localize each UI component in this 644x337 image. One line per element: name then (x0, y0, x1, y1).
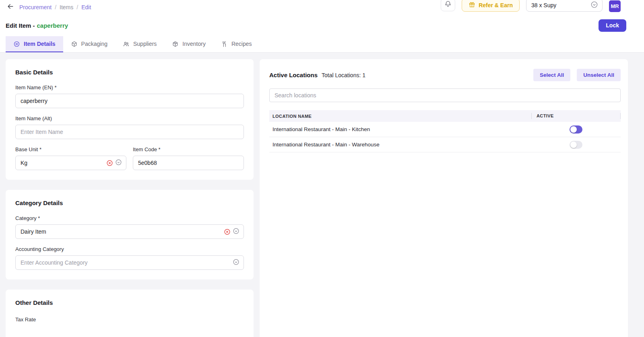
clear-icon[interactable] (224, 228, 231, 235)
page-title-prefix: Edit Item - (6, 22, 35, 29)
accounting-category-label: Accounting Category (15, 246, 244, 252)
back-button[interactable] (6, 2, 14, 12)
tab-label: Packaging (81, 41, 107, 47)
item-name-alt-input[interactable] (15, 125, 244, 139)
tab-label: Item Details (24, 41, 56, 47)
unselect-all-button[interactable]: Unselect All (577, 69, 621, 81)
table-row: International Restaurant - Main - Wareho… (269, 137, 621, 152)
select-all-button[interactable]: Select All (533, 69, 570, 81)
location-name: International Restaurant - Main - Wareho… (269, 142, 531, 148)
breadcrumb-separator: / (76, 4, 78, 10)
main-content: Basic Details Item Name (EN) * Item Name… (0, 53, 644, 337)
suppliers-icon (123, 41, 130, 47)
table-row: International Restaurant - Main - Kitche… (269, 122, 621, 137)
base-unit-select[interactable]: Kg (15, 156, 126, 170)
chevron-down-icon (115, 159, 122, 167)
accounting-category-placeholder: Enter Accounting Category (21, 259, 233, 266)
lock-button[interactable]: Lock (599, 19, 626, 32)
gift-icon (469, 1, 475, 9)
breadcrumb-separator: / (55, 4, 56, 10)
category-label: Category * (15, 215, 244, 221)
notifications-button[interactable] (441, 0, 455, 11)
tab-suppliers[interactable]: Suppliers (115, 36, 164, 52)
tab-packaging[interactable]: Packaging (63, 36, 115, 52)
item-name-en-input[interactable] (15, 94, 244, 108)
column-header-active: ACTIVE (531, 113, 621, 119)
item-code-label: Item Code * (133, 146, 244, 152)
workspace-selector-value: 38 x Supy (531, 2, 556, 8)
tab-label: Inventory (182, 41, 206, 47)
packaging-icon (71, 41, 78, 47)
item-name-alt-label: Item Name (Alt) (15, 115, 244, 121)
other-details-heading: Other Details (15, 299, 244, 306)
breadcrumb-procurement[interactable]: Procurement (19, 4, 52, 10)
category-value: Dairy Item (21, 228, 224, 235)
tab-inventory[interactable]: Inventory (164, 36, 213, 52)
inventory-icon (172, 41, 179, 47)
title-row: Edit Item -caperberry Lock (0, 14, 644, 36)
page-title-item-name: caperberry (37, 22, 68, 29)
refer-earn-label: Refer & Earn (479, 2, 513, 8)
base-unit-value: Kg (21, 160, 106, 166)
item-code-input[interactable] (133, 156, 244, 170)
refer-earn-button[interactable]: Refer & Earn (462, 0, 520, 12)
active-toggle[interactable] (570, 141, 582, 149)
base-unit-label: Base Unit * (15, 146, 126, 152)
avatar[interactable]: MR (609, 0, 621, 12)
header: Procurement / Items / Edit Refer & Earn … (0, 0, 644, 53)
page-title: Edit Item -caperberry (6, 22, 68, 29)
locations-table: LOCATION NAME ACTIVE International Resta… (269, 110, 621, 152)
chevron-down-icon (590, 1, 598, 10)
item-name-en-label: Item Name (EN) * (15, 84, 244, 90)
active-locations-heading: Active Locations (269, 72, 318, 78)
other-details-card: Other Details Tax Rate (6, 290, 254, 337)
total-locations-count: Total Locations: 1 (322, 72, 365, 78)
recipes-icon (221, 41, 228, 47)
clear-icon[interactable] (106, 160, 113, 166)
breadcrumb-items[interactable]: Items (60, 4, 73, 10)
tab-item-details[interactable]: Item Details (6, 36, 63, 52)
category-details-card: Category Details Category * Dairy Item (6, 190, 254, 279)
breadcrumb: Procurement / Items / Edit (19, 4, 91, 10)
accounting-category-select[interactable]: Enter Accounting Category (15, 255, 244, 270)
basic-details-card: Basic Details Item Name (EN) * Item Name… (6, 59, 254, 180)
basic-details-heading: Basic Details (15, 69, 244, 76)
chevron-down-icon (233, 228, 239, 236)
tab-label: Suppliers (133, 41, 157, 47)
topbar: Procurement / Items / Edit Refer & Earn … (0, 0, 644, 14)
bell-icon (444, 0, 452, 9)
tab-bar: Item Details Packaging Suppliers Invento… (0, 36, 644, 52)
tax-rate-label: Tax Rate (15, 316, 244, 323)
locations-table-header: LOCATION NAME ACTIVE (269, 110, 621, 122)
category-select[interactable]: Dairy Item (15, 224, 244, 239)
active-locations-panel: Active Locations Total Locations: 1 Sele… (260, 59, 628, 337)
tab-label: Recipes (231, 41, 252, 47)
tab-recipes[interactable]: Recipes (213, 36, 260, 52)
category-details-heading: Category Details (15, 199, 244, 206)
toggle-knob (570, 126, 577, 133)
search-locations-input[interactable] (269, 88, 621, 102)
item-details-icon (13, 41, 20, 47)
breadcrumb-edit[interactable]: Edit (81, 4, 91, 10)
column-header-location-name: LOCATION NAME (269, 114, 531, 119)
item-form-column: Basic Details Item Name (EN) * Item Name… (6, 59, 254, 337)
workspace-selector[interactable]: 38 x Supy (526, 0, 603, 12)
active-toggle[interactable] (570, 125, 582, 134)
back-arrow-icon (6, 2, 14, 12)
chevron-down-icon (233, 259, 239, 267)
location-name: International Restaurant - Main - Kitche… (269, 126, 531, 132)
toggle-knob (570, 142, 577, 148)
